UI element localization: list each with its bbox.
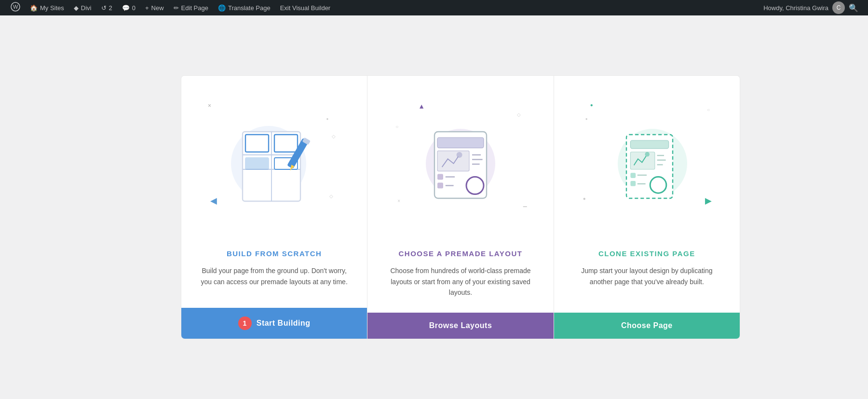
- layout-title: CHOOSE A PREMADE LAYOUT: [387, 249, 534, 258]
- comments-link[interactable]: 💬 0: [117, 0, 140, 15]
- layout-description: Choose from hundreds of world-class prem…: [387, 265, 534, 298]
- new-link[interactable]: + New: [140, 0, 169, 15]
- svg-rect-16: [437, 138, 484, 148]
- cards-container: × ● ◀ ◇ ◇: [181, 75, 740, 339]
- home-icon: 🏠: [30, 4, 38, 12]
- svg-rect-30: [631, 152, 655, 169]
- layout-body: CHOOSE A PREMADE LAYOUT Choose from hund…: [367, 240, 553, 312]
- svg-point-31: [645, 152, 650, 157]
- svg-rect-22: [437, 174, 443, 180]
- deco-dot2: ●: [585, 117, 588, 121]
- svg-rect-17: [437, 151, 469, 171]
- layout-footer: Browse Layouts: [367, 313, 553, 339]
- browse-layouts-button[interactable]: Browse Layouts: [367, 313, 553, 339]
- edit-icon: ✏: [174, 4, 179, 12]
- start-building-button[interactable]: 1 Start Building: [181, 308, 367, 339]
- exit-builder-link[interactable]: Exit Visual Builder: [275, 0, 336, 15]
- svg-rect-37: [631, 181, 636, 186]
- revisions-link[interactable]: ↺ 2: [96, 0, 117, 15]
- clone-title: CLONE EXISTING PAGE: [573, 249, 720, 258]
- svg-text:W: W: [13, 4, 18, 10]
- user-greeting: Howdy, Christina Gwira: [763, 4, 828, 12]
- clone-svg: [589, 100, 705, 216]
- divi-link[interactable]: ◆ Divi: [69, 0, 96, 15]
- deco-circle1: ○: [395, 124, 398, 129]
- edit-page-link[interactable]: ✏ Edit Page: [169, 0, 213, 15]
- admin-bar: W 🏠 My Sites ◆ Divi ↺ 2 💬 0 + New ✏ Edit…: [0, 0, 868, 15]
- deco-circle2: ○: [707, 107, 710, 112]
- my-sites-link[interactable]: 🏠 My Sites: [25, 0, 69, 15]
- translate-page-link[interactable]: 🌐 Translate Page: [213, 0, 275, 15]
- plus-icon: +: [145, 4, 149, 12]
- wp-icon: W: [11, 2, 20, 14]
- layout-illustration: ○ ▲ ◇ × —: [367, 76, 553, 240]
- scratch-illustration: × ● ◀ ◇ ◇: [181, 76, 367, 240]
- layout-svg: [403, 100, 518, 216]
- scratch-svg: [217, 100, 332, 216]
- admin-bar-right: Howdy, Christina Gwira C 🔍: [763, 1, 862, 14]
- svg-rect-35: [631, 173, 636, 179]
- clone-page-card: ○ ● ● ● ▶: [554, 75, 740, 339]
- svg-rect-24: [437, 183, 443, 189]
- btn-badge: 1: [238, 316, 252, 330]
- divi-icon: ◆: [74, 4, 79, 12]
- build-from-scratch-card: × ● ◀ ◇ ◇: [181, 75, 367, 339]
- svg-rect-29: [631, 140, 669, 149]
- deco-dot3: ●: [583, 196, 586, 201]
- choose-page-button[interactable]: Choose Page: [554, 313, 740, 339]
- svg-point-18: [457, 152, 462, 158]
- svg-rect-9: [245, 158, 269, 169]
- choose-layout-card: ○ ▲ ◇ × —: [367, 75, 554, 339]
- clone-body: CLONE EXISTING PAGE Jump start your layo…: [554, 240, 740, 312]
- scratch-body: BUILD FROM SCRATCH Build your page from …: [181, 240, 367, 307]
- user-avatar[interactable]: C: [832, 1, 845, 14]
- deco-dash: —: [523, 204, 527, 208]
- scratch-title: BUILD FROM SCRATCH: [201, 249, 348, 258]
- scratch-description: Build your page from the ground up. Don'…: [201, 265, 348, 287]
- scratch-footer: 1 Start Building: [181, 308, 367, 339]
- deco-diamond1: ◇: [332, 134, 336, 139]
- comment-icon: 💬: [122, 4, 130, 12]
- clone-footer: Choose Page: [554, 313, 740, 339]
- deco-arrow-right: ▶: [705, 195, 712, 206]
- clone-illustration: ○ ● ● ● ▶: [554, 76, 740, 240]
- deco-x2: ×: [397, 198, 400, 204]
- revisions-icon: ↺: [101, 4, 107, 12]
- search-icon[interactable]: 🔍: [849, 3, 858, 13]
- deco-x1: ×: [208, 102, 211, 109]
- main-content: × ● ◀ ◇ ◇: [0, 15, 868, 399]
- translate-icon: 🌐: [218, 4, 226, 12]
- clone-description: Jump start your layout design by duplica…: [573, 265, 720, 287]
- wp-logo[interactable]: W: [6, 0, 25, 15]
